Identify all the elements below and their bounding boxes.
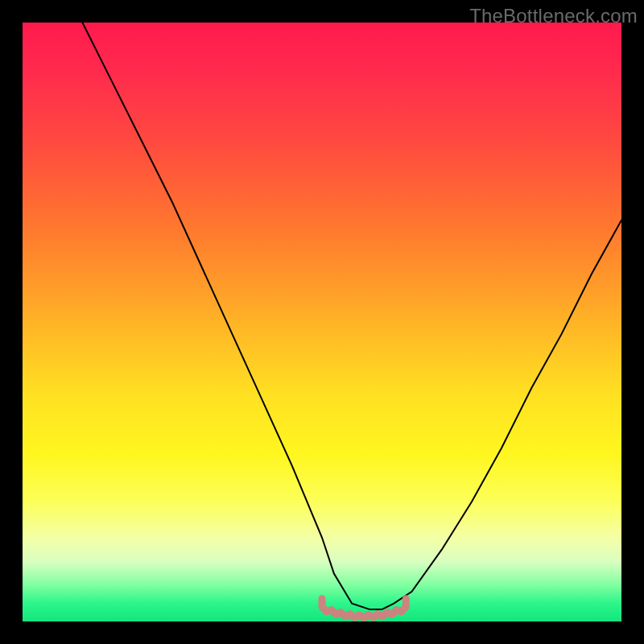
gradient-background bbox=[23, 23, 621, 621]
plot-frame bbox=[23, 23, 621, 621]
